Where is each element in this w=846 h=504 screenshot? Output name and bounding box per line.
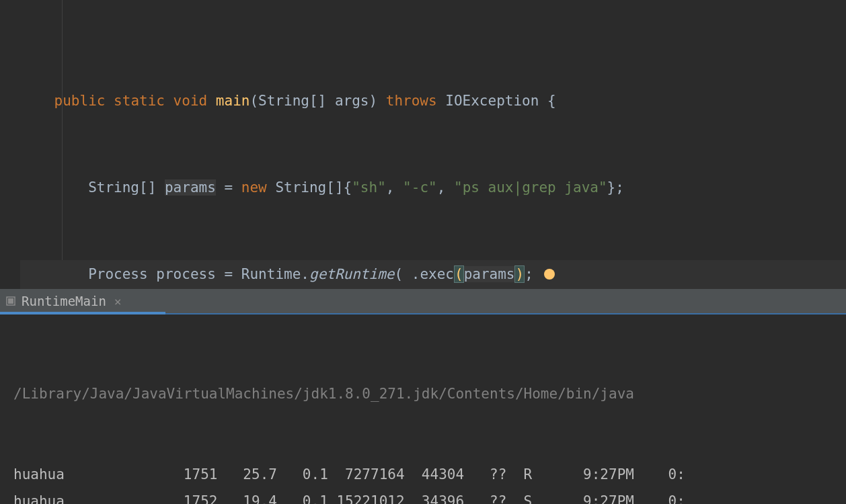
code-line[interactable]: String[] params = new String[]{"sh", "-c…: [20, 173, 846, 202]
active-tab-indicator: [0, 312, 165, 314]
paren-match: (: [454, 265, 464, 283]
code-line-current[interactable]: Process process = Runtime.getRuntime( .e…: [20, 260, 846, 289]
keyword-new: new: [241, 179, 267, 196]
method-exec: exec: [420, 266, 454, 282]
intention-bulb-icon[interactable]: [544, 269, 555, 280]
console-output[interactable]: /Library/Java/JavaVirtualMachines/jdk1.8…: [0, 314, 846, 504]
keyword-throws: throws: [386, 93, 437, 109]
keyword-void: void: [174, 93, 208, 109]
tool-window-tab-bar[interactable]: RuntimeMain ×: [0, 289, 846, 314]
type-string-array: String[]: [88, 179, 156, 196]
svg-rect-1: [8, 298, 13, 304]
run-config-icon: [5, 296, 16, 306]
type-ioexception: IOException: [445, 93, 539, 109]
paren-match: ): [514, 265, 525, 283]
code-line[interactable]: public static void main(String[] args) t…: [20, 87, 846, 116]
method-getruntime: getRuntime: [309, 266, 394, 282]
var-params: params: [464, 266, 515, 282]
keyword-static: static: [114, 93, 165, 109]
class-runtime: Runtime: [241, 266, 301, 282]
var-params: params: [165, 179, 216, 196]
method-main: main: [216, 93, 250, 109]
tool-window-tab-title[interactable]: RuntimeMain: [22, 294, 106, 308]
close-tab-icon[interactable]: ×: [114, 294, 122, 308]
var-args: args: [335, 93, 369, 109]
string-literal: "sh": [352, 179, 386, 196]
var-process: process: [156, 266, 216, 282]
string-literal: "-c": [403, 179, 437, 196]
brace-open: {: [547, 93, 556, 109]
keyword-public: public: [54, 93, 106, 109]
string-literal: "ps aux|grep java": [454, 179, 607, 196]
type-process: Process: [88, 266, 148, 282]
console-output-line: huahua 1751 25.7 0.1 7277164 44304 ?? R …: [13, 461, 846, 488]
type-string-array: String[]: [258, 93, 326, 109]
console-output-line: huahua 1752 19.4 0.1 15221012 34396 ?? S…: [13, 488, 846, 504]
console-path-line: /Library/Java/JavaVirtualMachines/jdk1.8…: [13, 380, 846, 407]
code-editor[interactable]: public static void main(String[] args) t…: [0, 0, 846, 289]
